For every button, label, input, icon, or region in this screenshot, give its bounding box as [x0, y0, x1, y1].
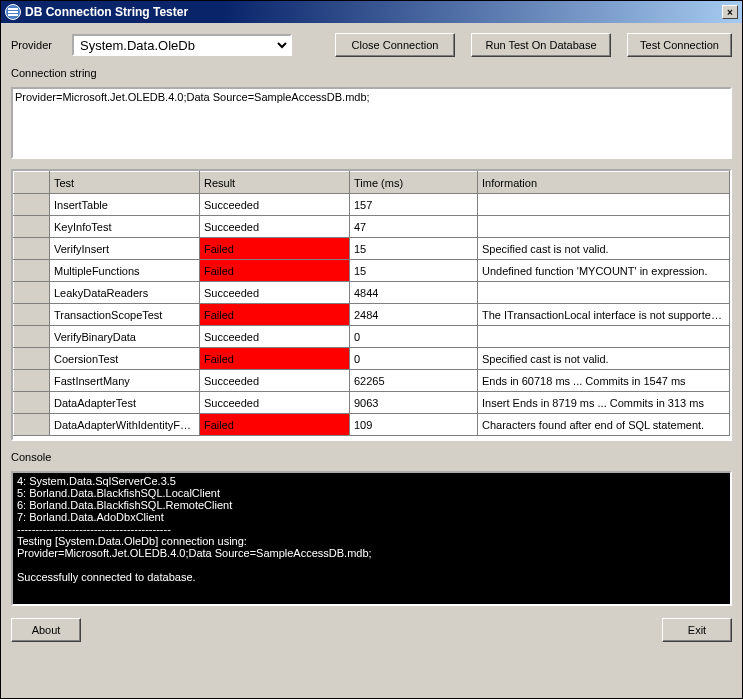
cell-test: LeakyDataReaders	[50, 282, 200, 304]
client-area: Provider System.Data.OleDb Close Connect…	[1, 23, 742, 698]
row-header	[14, 260, 50, 282]
col-info-header[interactable]: Information	[478, 172, 730, 194]
cell-time: 109	[350, 414, 478, 436]
provider-select[interactable]: System.Data.OleDb	[72, 34, 292, 56]
cell-result: Failed	[200, 238, 350, 260]
row-header	[14, 304, 50, 326]
table-row[interactable]: FastInsertManySucceeded62265Ends in 6071…	[14, 370, 730, 392]
cell-info: Characters found after end of SQL statem…	[478, 414, 730, 436]
row-header	[14, 414, 50, 436]
cell-time: 4844	[350, 282, 478, 304]
bottom-row: About Exit	[11, 618, 732, 642]
table-row[interactable]: VerifyInsertFailed15Specified cast is no…	[14, 238, 730, 260]
cell-info	[478, 194, 730, 216]
cell-result: Failed	[200, 304, 350, 326]
cell-info: Ends in 60718 ms ... Commits in 1547 ms	[478, 370, 730, 392]
cell-result: Succeeded	[200, 326, 350, 348]
cell-time: 0	[350, 348, 478, 370]
cell-test: MultipleFunctions	[50, 260, 200, 282]
cell-test: InsertTable	[50, 194, 200, 216]
cell-info: The ITransactionLocal interface is not s…	[478, 304, 730, 326]
table-row[interactable]: DataAdapterWithIdentityFet...Failed109Ch…	[14, 414, 730, 436]
cell-time: 157	[350, 194, 478, 216]
table-row[interactable]: InsertTableSucceeded157	[14, 194, 730, 216]
window-close-button[interactable]: ×	[722, 5, 738, 19]
cell-result: Succeeded	[200, 216, 350, 238]
table-row[interactable]: VerifyBinaryDataSucceeded0	[14, 326, 730, 348]
row-header	[14, 370, 50, 392]
cell-test: DataAdapterTest	[50, 392, 200, 414]
test-connection-button[interactable]: Test Connection	[627, 33, 732, 57]
row-header	[14, 282, 50, 304]
connection-string-wrap	[11, 87, 732, 161]
table-row[interactable]: CoersionTestFailed0Specified cast is not…	[14, 348, 730, 370]
cell-info: Specified cast is not valid.	[478, 348, 730, 370]
col-time-header[interactable]: Time (ms)	[350, 172, 478, 194]
table-row[interactable]: MultipleFunctionsFailed15Undefined funct…	[14, 260, 730, 282]
cell-result: Succeeded	[200, 370, 350, 392]
app-icon	[5, 4, 21, 20]
cell-result: Succeeded	[200, 194, 350, 216]
cell-test: FastInsertMany	[50, 370, 200, 392]
table-row[interactable]: LeakyDataReadersSucceeded4844	[14, 282, 730, 304]
cell-info: Specified cast is not valid.	[478, 238, 730, 260]
row-header	[14, 238, 50, 260]
exit-button[interactable]: Exit	[662, 618, 732, 642]
cell-test: VerifyBinaryData	[50, 326, 200, 348]
cell-time: 62265	[350, 370, 478, 392]
about-button[interactable]: About	[11, 618, 81, 642]
provider-label: Provider	[11, 39, 66, 51]
cell-info	[478, 216, 730, 238]
cell-test: VerifyInsert	[50, 238, 200, 260]
row-header	[14, 194, 50, 216]
console-output[interactable]: 4: System.Data.SqlServerCe.3.5 5: Borlan…	[11, 471, 732, 606]
cell-time: 9063	[350, 392, 478, 414]
cell-result: Failed	[200, 348, 350, 370]
grid-header-row: Test Result Time (ms) Information	[14, 172, 730, 194]
cell-test: CoersionTest	[50, 348, 200, 370]
row-header	[14, 348, 50, 370]
cell-time: 15	[350, 238, 478, 260]
table-row[interactable]: DataAdapterTestSucceeded9063Insert Ends …	[14, 392, 730, 414]
run-test-button[interactable]: Run Test On Database	[471, 33, 611, 57]
col-test-header[interactable]: Test	[50, 172, 200, 194]
cell-result: Failed	[200, 260, 350, 282]
cell-info: Undefined function 'MYCOUNT' in expressi…	[478, 260, 730, 282]
close-connection-button[interactable]: Close Connection	[335, 33, 455, 57]
cell-test: KeyInfoTest	[50, 216, 200, 238]
window-title: DB Connection String Tester	[25, 5, 188, 19]
top-buttons: Close Connection Run Test On Database Te…	[335, 33, 732, 57]
cell-info	[478, 326, 730, 348]
titlebar: DB Connection String Tester ×	[1, 1, 742, 23]
table-row[interactable]: KeyInfoTestSucceeded47	[14, 216, 730, 238]
row-header	[14, 326, 50, 348]
cell-time: 0	[350, 326, 478, 348]
cell-time: 2484	[350, 304, 478, 326]
app-window: DB Connection String Tester × Provider S…	[0, 0, 743, 699]
cell-result: Succeeded	[200, 392, 350, 414]
top-row: Provider System.Data.OleDb Close Connect…	[11, 33, 732, 57]
cell-info	[478, 282, 730, 304]
cell-result: Succeeded	[200, 282, 350, 304]
table-row[interactable]: TransactionScopeTestFailed2484The ITrans…	[14, 304, 730, 326]
cell-time: 15	[350, 260, 478, 282]
console-label: Console	[11, 451, 732, 463]
grid-corner	[14, 172, 50, 194]
cell-time: 47	[350, 216, 478, 238]
cell-result: Failed	[200, 414, 350, 436]
connection-string-input[interactable]	[11, 87, 732, 159]
cell-info: Insert Ends in 8719 ms ... Commits in 31…	[478, 392, 730, 414]
row-header	[14, 392, 50, 414]
row-header	[14, 216, 50, 238]
results-table: Test Result Time (ms) Information Insert…	[13, 171, 730, 436]
cell-test: DataAdapterWithIdentityFet...	[50, 414, 200, 436]
results-grid[interactable]: Test Result Time (ms) Information Insert…	[11, 169, 732, 441]
connection-string-label: Connection string	[11, 67, 732, 79]
col-result-header[interactable]: Result	[200, 172, 350, 194]
cell-test: TransactionScopeTest	[50, 304, 200, 326]
